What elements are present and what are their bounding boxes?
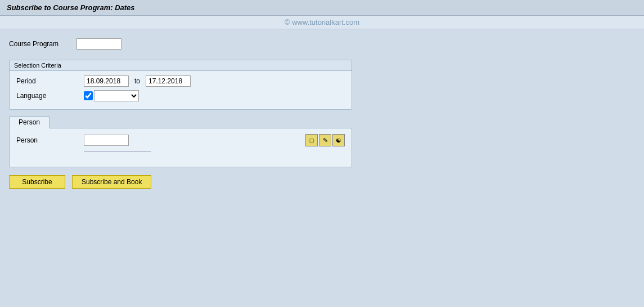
course-program-label: Course Program [9, 40, 76, 48]
title-bar: Subscribe to Course Program: Dates [0, 0, 644, 16]
language-combo [84, 90, 139, 101]
selection-criteria-body: Period to Language [10, 71, 352, 109]
language-select[interactable] [94, 90, 139, 101]
subscribe-button[interactable]: Subscribe [9, 175, 65, 189]
button-row: Subscribe Subscribe and Book [9, 175, 635, 189]
person-underline [84, 151, 151, 152]
person-left: Person [16, 135, 129, 146]
tab-header: Person [9, 115, 352, 128]
course-program-input[interactable] [76, 38, 121, 50]
course-program-row: Course Program [9, 38, 635, 50]
person-tab-section: Person Person □ ✎ ☯ [9, 115, 352, 167]
language-label: Language [16, 92, 84, 100]
person-input[interactable] [84, 135, 129, 146]
title-text: Subscribe to Course Program: Dates [7, 3, 135, 12]
subscribe-and-book-button[interactable]: Subscribe and Book [72, 175, 151, 189]
language-checkbox[interactable] [84, 91, 93, 100]
create-icon: □ [310, 137, 314, 144]
period-row: Period to [16, 75, 345, 87]
language-row: Language [16, 90, 345, 101]
person-create-icon-button[interactable]: □ [305, 134, 318, 146]
period-from-input[interactable] [84, 75, 129, 87]
watermark-text: © www.tutorialkart.com [285, 18, 359, 26]
settings-icon: ☯ [336, 137, 341, 144]
to-label: to [134, 77, 140, 85]
main-content: Course Program Selection Criteria Period… [0, 29, 644, 195]
selection-criteria-legend: Selection Criteria [10, 60, 352, 71]
person-edit-icon-button[interactable]: ✎ [319, 134, 331, 146]
period-label: Period [16, 77, 84, 85]
person-label: Person [16, 136, 84, 144]
person-settings-icon-button[interactable]: ☯ [332, 134, 345, 146]
tab-content: Person □ ✎ ☯ [9, 128, 352, 167]
period-to-input[interactable] [146, 75, 191, 87]
edit-icon: ✎ [323, 137, 328, 144]
watermark-bar: © www.tutorialkart.com [0, 16, 644, 29]
person-field-row: Person □ ✎ ☯ [16, 134, 345, 146]
selection-criteria-section: Selection Criteria Period to Language [9, 60, 352, 110]
person-icons: □ ✎ ☯ [305, 134, 345, 146]
tab-person[interactable]: Person [9, 116, 49, 128]
